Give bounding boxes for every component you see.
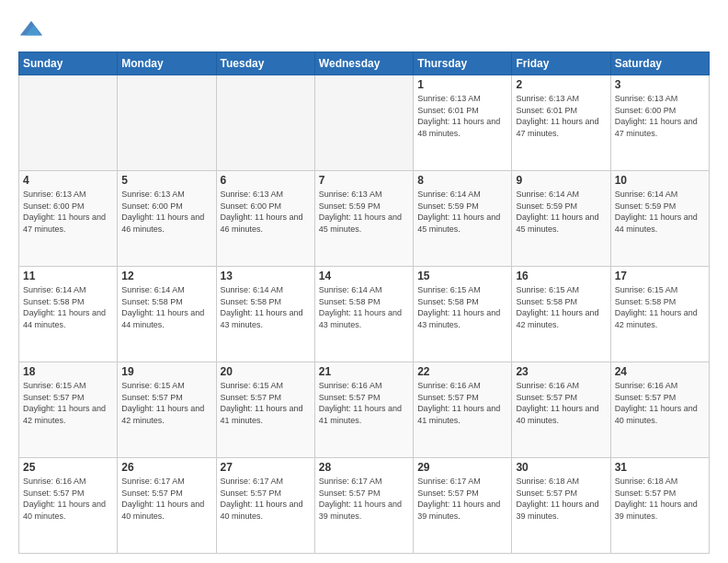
day-number: 13 — [221, 270, 311, 282]
day-info: Sunrise: 6:15 AMSunset: 5:58 PMDaylight:… — [615, 284, 705, 330]
calendar-cell — [216, 75, 314, 171]
day-info: Sunrise: 6:16 AMSunset: 5:57 PMDaylight:… — [23, 476, 113, 522]
weekday-header-cell: Saturday — [610, 52, 709, 75]
day-number: 28 — [319, 461, 409, 474]
calendar-cell: 8 Sunrise: 6:14 AMSunset: 5:59 PMDayligh… — [414, 171, 512, 267]
weekday-header-cell: Thursday — [414, 52, 512, 75]
day-info: Sunrise: 6:16 AMSunset: 5:57 PMDaylight:… — [516, 380, 606, 426]
calendar-cell: 31 Sunrise: 6:18 AMSunset: 5:57 PMDaylig… — [610, 458, 709, 554]
header — [18, 17, 710, 42]
calendar-cell: 24 Sunrise: 6:16 AMSunset: 5:57 PMDaylig… — [610, 362, 709, 458]
logo — [18, 17, 48, 42]
day-info: Sunrise: 6:13 AMSunset: 6:00 PMDaylight:… — [121, 189, 211, 235]
calendar-cell: 25 Sunrise: 6:16 AMSunset: 5:57 PMDaylig… — [19, 458, 118, 554]
calendar-cell: 1 Sunrise: 6:13 AMSunset: 6:01 PMDayligh… — [414, 75, 512, 171]
day-info: Sunrise: 6:15 AMSunset: 5:58 PMDaylight:… — [516, 284, 606, 330]
calendar-cell: 11 Sunrise: 6:14 AMSunset: 5:58 PMDaylig… — [19, 267, 118, 362]
calendar-cell: 21 Sunrise: 6:16 AMSunset: 5:57 PMDaylig… — [314, 362, 413, 458]
day-info: Sunrise: 6:15 AMSunset: 5:57 PMDaylight:… — [23, 380, 113, 426]
calendar-cell: 26 Sunrise: 6:17 AMSunset: 5:57 PMDaylig… — [118, 458, 216, 554]
day-info: Sunrise: 6:16 AMSunset: 5:57 PMDaylight:… — [417, 380, 507, 426]
day-number: 29 — [417, 461, 507, 474]
calendar-row: 4 Sunrise: 6:13 AMSunset: 6:00 PMDayligh… — [19, 171, 710, 267]
calendar-row: 11 Sunrise: 6:14 AMSunset: 5:58 PMDaylig… — [19, 267, 710, 362]
calendar-cell: 16 Sunrise: 6:15 AMSunset: 5:58 PMDaylig… — [512, 267, 610, 362]
day-info: Sunrise: 6:17 AMSunset: 5:57 PMDaylight:… — [121, 476, 211, 522]
calendar-cell — [19, 75, 118, 171]
day-info: Sunrise: 6:14 AMSunset: 5:59 PMDaylight:… — [417, 189, 507, 235]
weekday-header-cell: Monday — [118, 52, 216, 75]
calendar-cell: 19 Sunrise: 6:15 AMSunset: 5:57 PMDaylig… — [118, 362, 216, 458]
day-number: 15 — [417, 270, 507, 282]
calendar-cell: 18 Sunrise: 6:15 AMSunset: 5:57 PMDaylig… — [19, 362, 118, 458]
calendar-cell — [118, 75, 216, 171]
day-number: 4 — [23, 174, 113, 187]
day-info: Sunrise: 6:18 AMSunset: 5:57 PMDaylight:… — [516, 476, 606, 522]
calendar-cell: 9 Sunrise: 6:14 AMSunset: 5:59 PMDayligh… — [512, 171, 610, 267]
day-number: 20 — [221, 365, 311, 378]
day-info: Sunrise: 6:14 AMSunset: 5:59 PMDaylight:… — [516, 189, 606, 235]
day-info: Sunrise: 6:13 AMSunset: 6:00 PMDaylight:… — [615, 93, 705, 139]
day-number: 21 — [319, 365, 409, 378]
day-info: Sunrise: 6:13 AMSunset: 5:59 PMDaylight:… — [319, 189, 409, 235]
day-info: Sunrise: 6:15 AMSunset: 5:57 PMDaylight:… — [121, 380, 211, 426]
calendar-cell: 23 Sunrise: 6:16 AMSunset: 5:57 PMDaylig… — [512, 362, 610, 458]
day-number: 3 — [615, 78, 705, 91]
calendar-cell: 7 Sunrise: 6:13 AMSunset: 5:59 PMDayligh… — [314, 171, 413, 267]
calendar-cell: 10 Sunrise: 6:14 AMSunset: 5:59 PMDaylig… — [610, 171, 709, 267]
day-number: 5 — [121, 174, 211, 187]
weekday-header-cell: Tuesday — [216, 52, 314, 75]
day-info: Sunrise: 6:17 AMSunset: 5:57 PMDaylight:… — [417, 476, 507, 522]
day-info: Sunrise: 6:15 AMSunset: 5:58 PMDaylight:… — [417, 284, 507, 330]
day-info: Sunrise: 6:17 AMSunset: 5:57 PMDaylight:… — [319, 476, 409, 522]
day-number: 9 — [516, 174, 606, 187]
day-number: 27 — [221, 461, 311, 474]
calendar-row: 25 Sunrise: 6:16 AMSunset: 5:57 PMDaylig… — [19, 458, 710, 554]
day-number: 8 — [417, 174, 507, 187]
calendar-cell: 29 Sunrise: 6:17 AMSunset: 5:57 PMDaylig… — [414, 458, 512, 554]
calendar-cell: 17 Sunrise: 6:15 AMSunset: 5:58 PMDaylig… — [610, 267, 709, 362]
day-number: 26 — [121, 461, 211, 474]
day-number: 18 — [23, 365, 113, 378]
day-info: Sunrise: 6:18 AMSunset: 5:57 PMDaylight:… — [615, 476, 705, 522]
weekday-header-cell: Friday — [512, 52, 610, 75]
day-info: Sunrise: 6:16 AMSunset: 5:57 PMDaylight:… — [319, 380, 409, 426]
day-number: 1 — [417, 78, 507, 91]
day-info: Sunrise: 6:17 AMSunset: 5:57 PMDaylight:… — [221, 476, 311, 522]
calendar-cell: 5 Sunrise: 6:13 AMSunset: 6:00 PMDayligh… — [118, 171, 216, 267]
day-number: 14 — [319, 270, 409, 282]
day-info: Sunrise: 6:14 AMSunset: 5:58 PMDaylight:… — [221, 284, 311, 330]
weekday-header-cell: Wednesday — [314, 52, 413, 75]
calendar-table: SundayMondayTuesdayWednesdayThursdayFrid… — [18, 52, 710, 554]
calendar-cell: 2 Sunrise: 6:13 AMSunset: 6:01 PMDayligh… — [512, 75, 610, 171]
calendar-cell: 3 Sunrise: 6:13 AMSunset: 6:00 PMDayligh… — [610, 75, 709, 171]
day-number: 17 — [615, 270, 705, 282]
day-info: Sunrise: 6:14 AMSunset: 5:58 PMDaylight:… — [319, 284, 409, 330]
calendar-cell: 12 Sunrise: 6:14 AMSunset: 5:58 PMDaylig… — [118, 267, 216, 362]
calendar-row: 1 Sunrise: 6:13 AMSunset: 6:01 PMDayligh… — [19, 75, 710, 171]
calendar-cell: 6 Sunrise: 6:13 AMSunset: 6:00 PMDayligh… — [216, 171, 314, 267]
calendar-cell: 27 Sunrise: 6:17 AMSunset: 5:57 PMDaylig… — [216, 458, 314, 554]
day-info: Sunrise: 6:13 AMSunset: 6:01 PMDaylight:… — [516, 93, 606, 139]
calendar-row: 18 Sunrise: 6:15 AMSunset: 5:57 PMDaylig… — [19, 362, 710, 458]
calendar-cell: 20 Sunrise: 6:15 AMSunset: 5:57 PMDaylig… — [216, 362, 314, 458]
day-number: 16 — [516, 270, 606, 282]
day-info: Sunrise: 6:16 AMSunset: 5:57 PMDaylight:… — [615, 380, 705, 426]
day-info: Sunrise: 6:14 AMSunset: 5:58 PMDaylight:… — [23, 284, 113, 330]
calendar-body: 1 Sunrise: 6:13 AMSunset: 6:01 PMDayligh… — [19, 75, 710, 554]
day-info: Sunrise: 6:14 AMSunset: 5:58 PMDaylight:… — [121, 284, 211, 330]
calendar-cell: 28 Sunrise: 6:17 AMSunset: 5:57 PMDaylig… — [314, 458, 413, 554]
day-number: 7 — [319, 174, 409, 187]
day-number: 11 — [23, 270, 113, 282]
weekday-header-cell: Sunday — [19, 52, 118, 75]
calendar-cell: 22 Sunrise: 6:16 AMSunset: 5:57 PMDaylig… — [414, 362, 512, 458]
calendar-cell: 15 Sunrise: 6:15 AMSunset: 5:58 PMDaylig… — [414, 267, 512, 362]
day-info: Sunrise: 6:14 AMSunset: 5:59 PMDaylight:… — [615, 189, 705, 235]
day-number: 30 — [516, 461, 606, 474]
day-info: Sunrise: 6:13 AMSunset: 6:00 PMDaylight:… — [221, 189, 311, 235]
day-number: 2 — [516, 78, 606, 91]
day-number: 10 — [615, 174, 705, 187]
day-info: Sunrise: 6:13 AMSunset: 6:01 PMDaylight:… — [417, 93, 507, 139]
day-number: 24 — [615, 365, 705, 378]
calendar-cell: 4 Sunrise: 6:13 AMSunset: 6:00 PMDayligh… — [19, 171, 118, 267]
